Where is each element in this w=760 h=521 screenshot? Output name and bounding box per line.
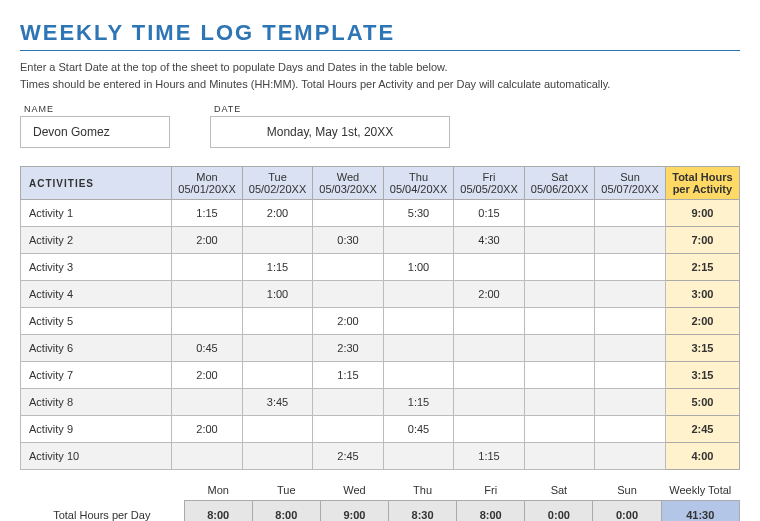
- row-total-cell: 2:15: [665, 254, 739, 281]
- time-cell[interactable]: [242, 362, 313, 389]
- time-cell[interactable]: [595, 416, 666, 443]
- footer-empty: [20, 480, 184, 501]
- time-cell[interactable]: 1:15: [313, 362, 384, 389]
- time-cell[interactable]: [524, 227, 595, 254]
- activity-cell[interactable]: Activity 3: [21, 254, 172, 281]
- time-cell[interactable]: 2:45: [313, 443, 384, 470]
- activity-cell[interactable]: Activity 5: [21, 308, 172, 335]
- time-cell[interactable]: [524, 362, 595, 389]
- table-row: Activity 41:002:003:00: [21, 281, 740, 308]
- time-cell[interactable]: [454, 308, 525, 335]
- time-cell[interactable]: [595, 308, 666, 335]
- time-cell[interactable]: 3:45: [242, 389, 313, 416]
- time-cell[interactable]: 2:00: [313, 308, 384, 335]
- time-cell[interactable]: 2:00: [172, 416, 243, 443]
- time-cell[interactable]: [383, 362, 454, 389]
- time-cell[interactable]: [383, 308, 454, 335]
- time-cell[interactable]: [595, 200, 666, 227]
- time-cell[interactable]: [383, 227, 454, 254]
- activity-cell[interactable]: Activity 1: [21, 200, 172, 227]
- time-cell[interactable]: [313, 389, 384, 416]
- time-cell[interactable]: [172, 254, 243, 281]
- time-cell[interactable]: 0:45: [383, 416, 454, 443]
- time-cell[interactable]: [172, 281, 243, 308]
- time-cell[interactable]: [242, 335, 313, 362]
- time-cell[interactable]: [524, 200, 595, 227]
- time-cell[interactable]: 0:45: [172, 335, 243, 362]
- time-cell[interactable]: 2:00: [454, 281, 525, 308]
- day-header-sat: Sat05/06/20XX: [524, 167, 595, 200]
- time-cell[interactable]: [454, 254, 525, 281]
- time-cell[interactable]: [524, 335, 595, 362]
- day-header-fri: Fri05/05/20XX: [454, 167, 525, 200]
- time-cell[interactable]: [454, 362, 525, 389]
- row-total-cell: 9:00: [665, 200, 739, 227]
- time-cell[interactable]: 1:15: [242, 254, 313, 281]
- time-cell[interactable]: [242, 443, 313, 470]
- time-cell[interactable]: [595, 335, 666, 362]
- time-cell[interactable]: [595, 362, 666, 389]
- time-cell[interactable]: [454, 389, 525, 416]
- table-row: Activity 102:451:154:00: [21, 443, 740, 470]
- time-cell[interactable]: 1:00: [383, 254, 454, 281]
- time-cell[interactable]: [524, 254, 595, 281]
- time-cell[interactable]: 1:15: [383, 389, 454, 416]
- time-cell[interactable]: 2:30: [313, 335, 384, 362]
- time-cell[interactable]: 2:00: [172, 227, 243, 254]
- time-cell[interactable]: [524, 281, 595, 308]
- time-cell[interactable]: [454, 335, 525, 362]
- meta-row: NAME Devon Gomez DATE Monday, May 1st, 2…: [20, 104, 740, 148]
- time-cell[interactable]: [172, 443, 243, 470]
- dow-fri: Fri: [460, 171, 518, 183]
- row-total-cell: 2:45: [665, 416, 739, 443]
- time-cell[interactable]: [595, 443, 666, 470]
- time-cell[interactable]: [242, 308, 313, 335]
- time-cell[interactable]: [524, 443, 595, 470]
- activity-cell[interactable]: Activity 7: [21, 362, 172, 389]
- time-cell[interactable]: [524, 389, 595, 416]
- time-cell[interactable]: [454, 416, 525, 443]
- activity-cell[interactable]: Activity 4: [21, 281, 172, 308]
- time-cell[interactable]: [595, 281, 666, 308]
- time-cell[interactable]: [313, 281, 384, 308]
- row-total-cell: 2:00: [665, 308, 739, 335]
- time-cell[interactable]: 1:15: [454, 443, 525, 470]
- time-cell[interactable]: [524, 308, 595, 335]
- time-cell[interactable]: [242, 416, 313, 443]
- dow-thu: Thu: [390, 171, 448, 183]
- day-header-sun: Sun05/07/20XX: [595, 167, 666, 200]
- time-cell[interactable]: 0:15: [454, 200, 525, 227]
- date-tue: 05/02/20XX: [249, 183, 307, 195]
- time-cell[interactable]: [595, 389, 666, 416]
- time-cell[interactable]: 0:30: [313, 227, 384, 254]
- time-cell[interactable]: 1:00: [242, 281, 313, 308]
- date-input[interactable]: Monday, May 1st, 20XX: [210, 116, 450, 148]
- table-row: Activity 52:002:00: [21, 308, 740, 335]
- time-cell[interactable]: [595, 227, 666, 254]
- time-cell[interactable]: [313, 254, 384, 281]
- time-cell[interactable]: [313, 416, 384, 443]
- date-fri: 05/05/20XX: [460, 183, 518, 195]
- time-cell[interactable]: [383, 335, 454, 362]
- date-wed: 05/03/20XX: [319, 183, 377, 195]
- time-cell[interactable]: 2:00: [172, 362, 243, 389]
- time-cell[interactable]: [383, 443, 454, 470]
- time-cell[interactable]: [524, 416, 595, 443]
- time-cell[interactable]: [313, 200, 384, 227]
- activity-cell[interactable]: Activity 9: [21, 416, 172, 443]
- time-cell[interactable]: 1:15: [172, 200, 243, 227]
- activity-cell[interactable]: Activity 6: [21, 335, 172, 362]
- date-thu: 05/04/20XX: [390, 183, 448, 195]
- time-cell[interactable]: 2:00: [242, 200, 313, 227]
- activity-cell[interactable]: Activity 8: [21, 389, 172, 416]
- time-cell[interactable]: 4:30: [454, 227, 525, 254]
- time-cell[interactable]: 5:30: [383, 200, 454, 227]
- time-cell[interactable]: [172, 308, 243, 335]
- time-cell[interactable]: [172, 389, 243, 416]
- name-input[interactable]: Devon Gomez: [20, 116, 170, 148]
- time-cell[interactable]: [242, 227, 313, 254]
- activity-cell[interactable]: Activity 10: [21, 443, 172, 470]
- activity-cell[interactable]: Activity 2: [21, 227, 172, 254]
- time-cell[interactable]: [383, 281, 454, 308]
- time-cell[interactable]: [595, 254, 666, 281]
